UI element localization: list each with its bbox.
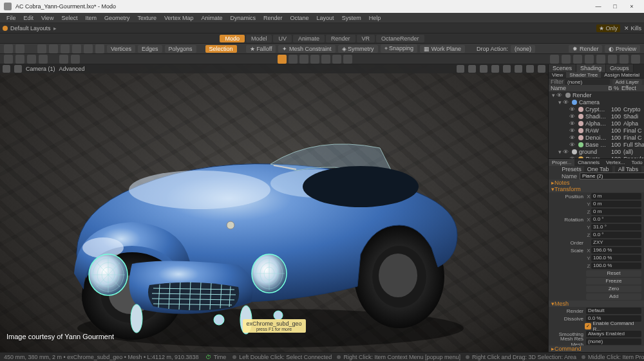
mode-tab-vr[interactable]: VR [357, 35, 375, 42]
mode-tab-octanerender[interactable]: OctaneRender [376, 35, 424, 42]
subtab-view[interactable]: View [549, 72, 566, 78]
mode-tab-render[interactable]: Render [326, 35, 355, 42]
sec-tool-icon[interactable] [27, 55, 36, 64]
mesh-header[interactable]: ▾ Mesh [549, 301, 644, 307]
menu-octane[interactable]: Octane [287, 15, 313, 21]
edges-button[interactable]: Edges [138, 45, 162, 53]
drop-action-dropdown[interactable]: (none) [511, 45, 535, 53]
component-icon[interactable] [49, 44, 58, 53]
subtab-shader-tree[interactable]: Shader Tree [566, 72, 601, 78]
viewport-icon[interactable] [526, 65, 534, 73]
center-tool-icon[interactable] [321, 55, 330, 64]
center-tool-icon[interactable] [299, 55, 308, 64]
rot-x-input[interactable]: 0.0 ° [591, 216, 641, 223]
command-header[interactable]: ▸ Command [549, 346, 644, 352]
zero-button[interactable]: Zero [586, 286, 641, 292]
viewport-icon[interactable] [515, 65, 522, 73]
sec-tool-icon[interactable] [71, 55, 80, 64]
menu-item[interactable]: Item [81, 15, 100, 21]
viewport-icon[interactable] [538, 65, 545, 73]
tree-row[interactable]: ▾👁Render [549, 91, 644, 98]
right-tool-icon[interactable] [631, 55, 640, 64]
menu-render[interactable]: Render [260, 15, 287, 21]
viewport-3d[interactable]: Camera (1) Advanced [0, 64, 549, 352]
menu-layout[interactable]: Layout [313, 15, 338, 21]
menu-system[interactable]: System [338, 15, 365, 21]
right-tool-icon[interactable] [573, 55, 582, 64]
scale-z-input[interactable]: 100.0 % [591, 263, 641, 269]
render-dropdown[interactable]: Default [586, 308, 641, 314]
right-tab-scenes[interactable]: Scenes [549, 64, 576, 72]
component-icon[interactable] [84, 44, 93, 53]
right-tab-shading[interactable]: Shading [576, 64, 606, 72]
presets-button[interactable]: Presets [562, 166, 582, 172]
right-tool-icon[interactable] [620, 55, 629, 64]
transform-header[interactable]: ▾ Transform [549, 186, 644, 192]
prop-tab-1[interactable]: Channels [574, 159, 603, 166]
right-tab-groups[interactable]: Groups [606, 64, 634, 72]
prop-tab-3[interactable]: Todo [628, 159, 644, 166]
selection-button[interactable]: Selection [205, 45, 237, 53]
center-tool-icon[interactable] [278, 55, 287, 64]
workplane-dropdown[interactable]: ▦ Work Plane [420, 45, 465, 53]
rot-y-input[interactable]: 31.0 ° [591, 224, 641, 230]
mode-tab-modo[interactable]: Modo [220, 35, 245, 42]
preview-button[interactable]: ◐ Preview [605, 45, 640, 53]
right-tool-icon[interactable] [550, 55, 559, 64]
pos-y-input[interactable]: 0 m [591, 201, 641, 207]
prop-tab-0[interactable]: Proper... [549, 159, 574, 166]
component-icon[interactable] [61, 44, 70, 53]
all-tabs-dropdown[interactable]: All Tabs [615, 166, 641, 172]
menu-file[interactable]: File [3, 15, 20, 21]
mode-tab-animate[interactable]: Animate [293, 35, 325, 42]
pos-z-input[interactable]: 0 m [591, 208, 641, 215]
snapping-dropdown[interactable]: ⌖ Snapping [381, 44, 418, 53]
polygons-button[interactable]: Polygons [165, 45, 196, 53]
reset-button[interactable]: Reset [586, 270, 641, 277]
default-layouts-label[interactable]: Default Layouts [10, 25, 51, 32]
smoothing-dropdown[interactable]: Always Enabled [586, 331, 641, 337]
viewport-icon[interactable] [468, 65, 476, 73]
pos-x-input[interactable]: 0 m [591, 193, 641, 199]
tree-row[interactable]: ▾👁Camera [549, 98, 644, 106]
viewport-canvas[interactable] [0, 64, 548, 352]
camera-dropdown[interactable]: Camera (1) [26, 66, 55, 72]
menu-edit[interactable]: Edit [20, 15, 38, 21]
viewport-icon[interactable] [480, 65, 488, 73]
mode-tab-uv[interactable]: UV [273, 35, 292, 42]
center-tool-icon[interactable] [343, 55, 352, 64]
menu-select[interactable]: Select [57, 15, 81, 21]
center-tool-icon[interactable] [332, 55, 341, 64]
viewport-icon[interactable] [457, 65, 464, 73]
right-tool-icon[interactable] [562, 55, 571, 64]
falloff-dropdown[interactable]: ★ Falloff [246, 45, 276, 53]
tree-row[interactable]: 👁Alpha Output100Alpha [549, 120, 644, 127]
sec-tool-icon[interactable] [4, 55, 13, 64]
freeze-button[interactable]: Freeze [586, 278, 641, 284]
sec-tool-icon[interactable] [39, 55, 48, 64]
add-layer-button[interactable]: Add Layer [612, 79, 642, 85]
right-tool-icon[interactable] [585, 55, 594, 64]
maximize-button[interactable]: □ [607, 1, 623, 12]
menu-geometry[interactable]: Geometry [100, 15, 134, 21]
tree-row[interactable]: ▾👁ground100(all) [549, 148, 644, 155]
tool-icon[interactable] [15, 44, 24, 53]
only-toggle[interactable]: ★ Only [596, 24, 620, 32]
viewport-icon[interactable] [503, 65, 511, 73]
tree-row[interactable]: 👁Cryptomatte Output100Crypto [549, 106, 644, 113]
close-button[interactable]: × [623, 1, 640, 12]
viewport-icon[interactable] [14, 65, 22, 73]
tool-icon[interactable] [4, 44, 13, 53]
right-tool-icon[interactable] [608, 55, 617, 64]
tree-row[interactable]: 👁Denoise100Final C [549, 134, 644, 141]
component-icon[interactable] [95, 44, 104, 53]
scale-x-input[interactable]: 196.0 % [591, 247, 641, 254]
rot-z-input[interactable]: 0.0 ° [591, 232, 641, 238]
layout-expand-icon[interactable]: ▸ [53, 25, 57, 32]
symmetry-dropdown[interactable]: ◈ Symmetry [338, 45, 378, 53]
tree-row[interactable]: 👁Shading Normal Output100Shadi [549, 113, 644, 120]
minimize-button[interactable]: — [590, 1, 607, 12]
menu-dynamics[interactable]: Dynamics [227, 15, 260, 21]
name-input[interactable] [580, 172, 644, 180]
right-tool-icon[interactable] [596, 55, 605, 64]
